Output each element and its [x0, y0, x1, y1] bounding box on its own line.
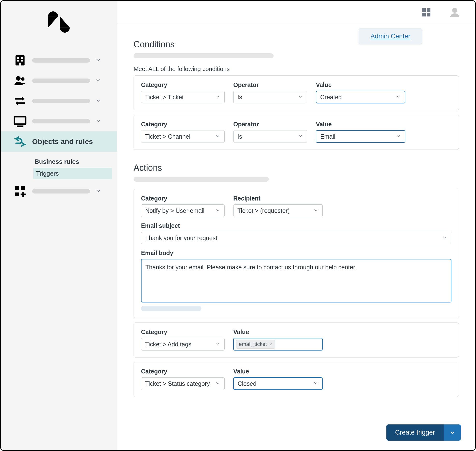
chevron-down-icon: [298, 133, 303, 140]
status-value-select[interactable]: Closed: [233, 377, 323, 390]
brand-logo: [1, 1, 117, 43]
email-subject-input[interactable]: Thank you for your request: [141, 232, 451, 244]
conditions-all-label: Meet ALL of the following conditions: [134, 65, 459, 72]
nav-placeholder: [32, 119, 90, 123]
profile-icon[interactable]: [449, 6, 461, 19]
condition-operator-select[interactable]: Is: [233, 130, 307, 143]
condition-category-select[interactable]: Ticket > Ticket: [141, 91, 225, 103]
chevron-down-icon: [95, 57, 102, 64]
sidebar-item-objects-rules[interactable]: Objects and rules: [1, 131, 117, 152]
chevron-down-icon: [95, 117, 102, 125]
condition-value-select[interactable]: Created: [316, 91, 405, 103]
chevron-down-icon: [215, 341, 220, 348]
app-window: Objects and rules Business rules Trigger…: [0, 0, 476, 451]
chevron-down-icon: [313, 380, 318, 387]
field-label-category: Category: [141, 121, 225, 128]
tag-remove-icon[interactable]: ✕: [269, 342, 272, 347]
footer-actions: Create trigger: [386, 424, 461, 441]
field-label-category: Category: [141, 368, 225, 375]
nav-placeholder: [32, 58, 90, 63]
chevron-down-icon: [95, 77, 102, 85]
admin-center-chip[interactable]: Admin Center: [359, 29, 422, 44]
chevron-down-icon: [215, 380, 220, 387]
content: Conditions Meet ALL of the following con…: [117, 25, 475, 450]
email-body-textarea[interactable]: Thanks for your email. Please make sure …: [141, 259, 451, 302]
building-icon: [13, 54, 27, 67]
actions-title: Actions: [134, 163, 459, 173]
action-category-select[interactable]: Ticket > Add tags: [141, 338, 225, 351]
sidebar-item-people[interactable]: [1, 71, 117, 91]
create-trigger-dropdown-button[interactable]: [444, 424, 461, 441]
select-value: Notify by > User email: [145, 207, 204, 214]
sidebar-item-workspaces[interactable]: [1, 111, 117, 131]
svg-point-9: [21, 77, 25, 81]
sidebar-subnav: Business rules Triggers: [1, 152, 117, 181]
svg-rect-14: [15, 186, 19, 190]
tag-label: email_ticket: [239, 341, 267, 347]
tags-input[interactable]: email_ticket ✕: [233, 338, 323, 351]
nav-placeholder: [32, 79, 90, 83]
action-category-select[interactable]: Notify by > User email: [141, 204, 225, 217]
sidebar-item-label: Objects and rules: [32, 137, 110, 146]
select-value: Ticket > Status category: [145, 380, 210, 387]
chevron-down-icon: [396, 94, 401, 101]
main-panel: Admin Center Conditions Meet ALL of the …: [117, 1, 475, 450]
chevron-down-icon: [215, 133, 220, 140]
field-label-category: Category: [141, 195, 225, 202]
actions-desc-placeholder: [134, 177, 269, 182]
svg-marker-0: [48, 16, 58, 28]
nav-placeholder: [32, 99, 90, 103]
sidebar-sub-heading: Business rules: [35, 156, 117, 168]
sidebar-sub-item-triggers[interactable]: Triggers: [33, 168, 112, 179]
sidebar-item-account[interactable]: [1, 50, 117, 71]
create-trigger-button[interactable]: Create trigger: [386, 424, 444, 441]
select-value: Ticket > (requester): [237, 207, 290, 214]
zendesk-logo-icon: [48, 11, 70, 33]
field-label-operator: Operator: [233, 121, 307, 128]
condition-row-1: Category Ticket > Ticket Operator Is: [134, 75, 459, 110]
action-category-select[interactable]: Ticket > Status category: [141, 377, 225, 390]
nav-placeholder: [32, 189, 90, 193]
topbar: [117, 1, 475, 25]
condition-value-select[interactable]: Email: [316, 130, 405, 143]
condition-operator-select[interactable]: Is: [233, 91, 307, 103]
chevron-down-icon: [449, 430, 455, 436]
input-value: Thank you for your request: [145, 235, 217, 242]
select-value: Email: [320, 133, 335, 140]
chevron-down-icon: [396, 133, 401, 140]
svg-rect-19: [422, 8, 426, 12]
monitor-icon: [13, 115, 27, 128]
chevron-down-icon: [215, 207, 220, 214]
svg-point-23: [452, 8, 457, 13]
chevron-down-icon: [313, 207, 319, 214]
svg-rect-7: [19, 63, 21, 65]
select-value: Created: [320, 94, 342, 101]
field-label-category: Category: [141, 81, 225, 88]
field-label-subject: Email subject: [141, 222, 451, 229]
conditions-desc-placeholder: [134, 53, 274, 58]
svg-marker-1: [60, 16, 70, 28]
select-value: Ticket > Ticket: [145, 94, 184, 101]
workflow-icon: [13, 135, 27, 148]
svg-rect-22: [427, 13, 430, 16]
field-label-value: Value: [233, 368, 323, 375]
condition-category-select[interactable]: Ticket > Channel: [141, 130, 225, 143]
action-status-card: Category Ticket > Status category Value …: [134, 362, 459, 397]
body-hint-placeholder: [141, 306, 201, 311]
sidebar-item-channels[interactable]: [1, 91, 117, 111]
chevron-down-icon: [95, 187, 102, 195]
svg-point-8: [16, 76, 21, 81]
tag-chip[interactable]: email_ticket ✕: [236, 340, 275, 349]
svg-rect-15: [21, 186, 25, 190]
condition-row-2: Category Ticket > Channel Operator Is: [134, 115, 459, 150]
svg-rect-20: [427, 8, 430, 12]
select-value: Is: [237, 94, 242, 101]
action-notify-card: Category Notify by > User email Recipien…: [134, 189, 459, 318]
svg-rect-5: [17, 60, 19, 62]
apps-grid-icon[interactable]: [421, 7, 432, 19]
chevron-down-icon: [95, 97, 102, 105]
admin-center-link[interactable]: Admin Center: [370, 33, 410, 40]
action-recipient-select[interactable]: Ticket > (requester): [233, 204, 323, 217]
sidebar-nav: Objects and rules Business rules Trigger…: [1, 43, 117, 201]
sidebar-item-apps[interactable]: [1, 181, 117, 201]
